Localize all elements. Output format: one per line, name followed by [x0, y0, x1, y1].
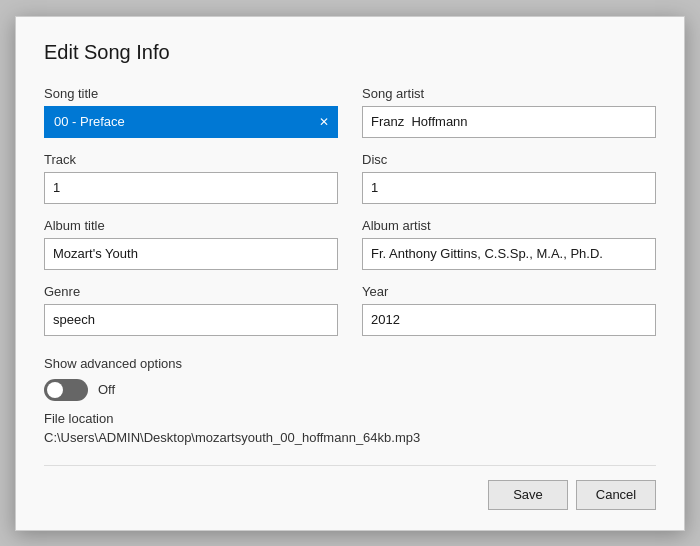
form-grid: Song title ✕ Song artist Track Disc Albu… [44, 86, 656, 350]
album-artist-label: Album artist [362, 218, 656, 233]
album-title-input[interactable] [44, 238, 338, 270]
save-button[interactable]: Save [488, 480, 568, 510]
advanced-toggle[interactable] [44, 379, 88, 401]
album-artist-input[interactable] [362, 238, 656, 270]
track-group: Track [44, 152, 338, 204]
file-location-value: C:\Users\ADMIN\Desktop\mozartsyouth_00_h… [44, 430, 656, 445]
track-input[interactable] [44, 172, 338, 204]
cancel-button[interactable]: Cancel [576, 480, 656, 510]
year-input[interactable] [362, 304, 656, 336]
toggle-state-label: Off [98, 382, 115, 397]
file-location-label: File location [44, 411, 656, 426]
dialog-footer: Save Cancel [44, 480, 656, 510]
file-location-section: File location C:\Users\ADMIN\Desktop\moz… [44, 411, 656, 445]
disc-input[interactable] [362, 172, 656, 204]
dialog-title: Edit Song Info [44, 41, 656, 64]
genre-group: Genre [44, 284, 338, 336]
year-label: Year [362, 284, 656, 299]
song-title-input-wrapper: ✕ [44, 106, 338, 138]
song-title-group: Song title ✕ [44, 86, 338, 138]
disc-label: Disc [362, 152, 656, 167]
advanced-options-label: Show advanced options [44, 356, 656, 371]
song-artist-input[interactable] [362, 106, 656, 138]
genre-label: Genre [44, 284, 338, 299]
song-artist-label: Song artist [362, 86, 656, 101]
song-title-input[interactable] [44, 106, 338, 138]
footer-divider [44, 465, 656, 466]
disc-group: Disc [362, 152, 656, 204]
edit-song-dialog: Edit Song Info Song title ✕ Song artist … [15, 16, 685, 531]
toggle-track [44, 379, 88, 401]
genre-input[interactable] [44, 304, 338, 336]
album-title-group: Album title [44, 218, 338, 270]
album-artist-group: Album artist [362, 218, 656, 270]
song-artist-group: Song artist [362, 86, 656, 138]
year-group: Year [362, 284, 656, 336]
toggle-thumb [47, 382, 63, 398]
toggle-row: Off [44, 379, 656, 401]
advanced-options-section: Show advanced options Off [44, 356, 656, 401]
song-title-label: Song title [44, 86, 338, 101]
song-title-clear-button[interactable]: ✕ [316, 114, 332, 130]
track-label: Track [44, 152, 338, 167]
album-title-label: Album title [44, 218, 338, 233]
